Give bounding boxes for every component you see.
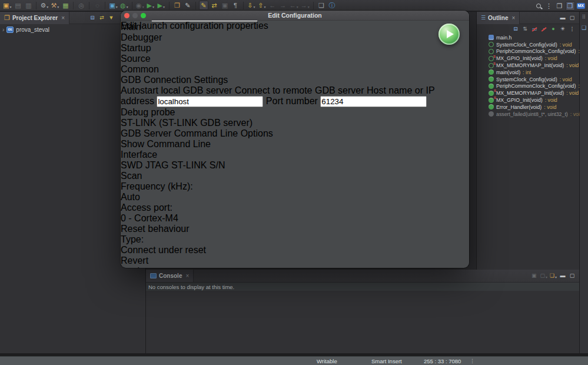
forward-history-icon[interactable]: → — [300, 1, 310, 10]
outline-item[interactable]: MX_GPIO_Init(void): void — [477, 97, 579, 104]
search-icon[interactable] — [534, 1, 543, 11]
minimized-view-strip: ⠿❑ — [580, 12, 588, 353]
open-console-icon-glyph: ❏ — [550, 271, 554, 280]
outline-item-type: : void — [566, 90, 579, 96]
perspective-label: MX — [577, 3, 586, 9]
tab-source[interactable]: Source — [121, 54, 469, 64]
outline-item[interactable]: assert_failed(uint8_t*, uint32_t): void — [477, 111, 579, 118]
outline-item[interactable]: SystemClock_Config(void): void — [477, 76, 579, 83]
outline-item[interactable]: PeriphCommonClock_Config(void): void — [477, 48, 579, 55]
open-console-icon[interactable]: ❏ — [549, 271, 557, 280]
next-edit-location-icon[interactable]: → — [278, 1, 288, 10]
debug-icon[interactable]: ◉ — [135, 1, 145, 10]
dialog-titlebar[interactable]: Edit Configuration — [121, 11, 469, 21]
maximize-view-icon[interactable]: ▢ — [568, 14, 576, 22]
outline-item[interactable]: PeriphCommonClock_Config(void): void — [477, 83, 579, 90]
back-history-icon-glyph: ← — [290, 1, 296, 10]
outline-item[interactable]: MX_MEMORYMAP_Init(void): void — [477, 89, 579, 97]
open-element-icon[interactable]: ❐ — [172, 1, 182, 10]
pin-editor-icon[interactable]: ▣ — [220, 1, 230, 10]
status-overflow-icon[interactable]: ⋮ — [470, 357, 476, 365]
expand-arrow-icon[interactable]: › — [2, 26, 4, 33]
drag-handle-icon[interactable]: ⠿ — [580, 14, 587, 21]
program-device-icon[interactable]: ▦ — [61, 1, 70, 10]
tab-project-explorer[interactable]: ❐ Project Explorer × — [0, 12, 69, 24]
port-input[interactable] — [320, 96, 427, 107]
outline-item[interactable]: MX_GPIO_Init(void): void — [477, 55, 579, 62]
new-wizard-icon[interactable]: ▣ — [2, 1, 12, 10]
link-with-editor-icon[interactable]: ⇄ — [98, 14, 106, 22]
dropdown-arrow-icon — [46, 0, 48, 11]
info-icon[interactable]: ⓘ — [327, 1, 337, 10]
outline-item[interactable]: main(void): int — [477, 69, 579, 76]
tab-label: Source — [121, 54, 151, 64]
link-with-editor-icon[interactable]: ⇄ — [210, 1, 219, 10]
build-all-icon[interactable]: ◍ — [119, 1, 129, 10]
last-edit-location-icon[interactable]: ← — [268, 1, 277, 10]
cubemx-perspective-icon[interactable]: MX — [576, 1, 586, 11]
access-port-combo[interactable]: 0 - Cortex-M4 — [121, 213, 469, 224]
cpp-perspective-icon[interactable]: ❒ — [566, 1, 575, 11]
tab-outline[interactable]: ☰ Outline × — [477, 12, 520, 24]
port-label: Port number — [266, 96, 318, 106]
update-software-icon[interactable]: ◌ — [92, 1, 102, 10]
build-settings-icon[interactable]: ⚙ — [39, 1, 49, 10]
restore-view-icon-glyph: ❑ — [582, 24, 586, 31]
sort-icon[interactable]: ⇅ — [521, 25, 529, 33]
outline-window-tools: ▬▢ — [558, 14, 577, 22]
profile-icon[interactable]: ▶ — [157, 1, 166, 10]
apply-button[interactable]: Apply — [121, 266, 469, 268]
toggle-mark-occurrences-icon[interactable]: ✎ — [199, 1, 208, 10]
minimize-view-icon[interactable]: ▬ — [559, 271, 567, 280]
maximize-view-icon[interactable]: ▢ — [568, 271, 576, 280]
restore-view-icon[interactable]: ❑ — [580, 24, 587, 31]
outline-item[interactable]: Error_Handler(void): void — [477, 104, 579, 111]
save-all-icon[interactable]: ▥ — [24, 1, 33, 10]
filter-icon[interactable]: ▼ — [107, 14, 115, 22]
outline-item-type: : int — [523, 69, 531, 75]
view-menu-icon[interactable]: ⋮ — [568, 25, 576, 33]
filters-icon-glyph: ✳ — [560, 25, 565, 33]
close-icon[interactable]: × — [512, 15, 516, 21]
next-annotation-icon[interactable]: ⇩ — [247, 1, 256, 10]
host-input[interactable] — [157, 96, 263, 107]
hide-non-public-members-icon[interactable]: ● — [549, 25, 557, 33]
tab-common[interactable]: Common — [121, 64, 469, 75]
toolbar-separator — [36, 2, 36, 9]
debug-probe-select[interactable]: ST-LINK (ST-LINK GDB server) — [121, 118, 469, 128]
outline-item[interactable]: main.h — [477, 34, 579, 41]
filters-icon[interactable]: ✳ — [559, 25, 567, 33]
scan-button[interactable]: Scan — [121, 171, 469, 181]
tree-item-prova-steval[interactable]: › IDE prova_steval — [2, 26, 49, 33]
build-hammer-icon[interactable]: ⚒ — [50, 1, 59, 10]
prev-annotation-icon[interactable]: ⇧ — [257, 1, 267, 10]
outline-item[interactable]: MX_MEMORYMAP_Init(void): void — [477, 62, 579, 69]
tab-console[interactable]: Console × — [146, 270, 194, 282]
revert-button[interactable]: Revert — [121, 256, 469, 266]
show-command-line-button[interactable]: Show Command Line — [121, 139, 469, 150]
reset-type-select[interactable]: Connect under reset — [121, 245, 469, 256]
new-c-project-icon[interactable]: ▣ — [108, 1, 118, 10]
close-icon[interactable]: × — [61, 15, 65, 21]
pin-console-icon[interactable]: ▣ — [530, 271, 538, 280]
display-selected-console-icon[interactable]: ▢ — [539, 271, 548, 280]
edit-pencil-icon[interactable]: ✎ — [183, 1, 192, 10]
open-new-window-icon[interactable]: ❏ — [317, 1, 326, 10]
run-icon-glyph: ▶ — [147, 1, 152, 10]
hide-static-members-icon[interactable]: ▫ — [540, 25, 548, 33]
back-history-icon[interactable]: ← — [289, 1, 299, 10]
open-perspective-icon[interactable]: ❐ — [555, 1, 564, 11]
open-search-icon[interactable]: ◎ — [77, 1, 86, 10]
close-icon[interactable]: × — [185, 273, 189, 279]
toolbar-overflow-icon[interactable]: ⋮ — [544, 1, 554, 11]
collapse-all-icon[interactable]: ⊟ — [88, 14, 97, 22]
hide-fields-icon[interactable]: ▭ — [530, 25, 539, 33]
frequency-combo[interactable]: Auto — [121, 192, 469, 203]
outline-item[interactable]: SystemClock_Config(void): void — [477, 41, 579, 48]
show-whitespace-icon[interactable]: ¶ — [231, 1, 240, 10]
run-icon[interactable]: ▶ — [146, 1, 155, 10]
save-icon[interactable]: ▤ — [13, 1, 22, 10]
collapse-all-icon[interactable]: ⊟ — [511, 25, 520, 33]
show-command-line-label: Show Command Line — [121, 139, 211, 149]
minimize-view-icon[interactable]: ▬ — [559, 14, 567, 22]
